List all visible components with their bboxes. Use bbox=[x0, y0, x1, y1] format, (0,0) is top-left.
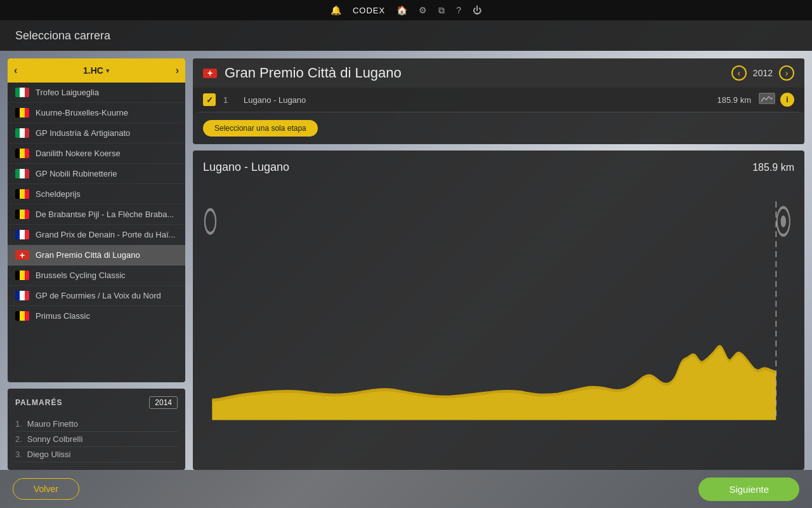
race-item-flag bbox=[15, 271, 29, 280]
bell-icon[interactable]: 🔔 bbox=[331, 5, 341, 15]
profile-distance: 185.9 km bbox=[752, 162, 794, 173]
svg-point-4 bbox=[780, 215, 786, 227]
race-year: 2012 bbox=[753, 68, 773, 78]
copy-icon[interactable]: ⧉ bbox=[438, 5, 445, 16]
race-item-name: Primus Classic bbox=[36, 311, 90, 321]
profile-chart bbox=[203, 182, 794, 460]
palmares-name: Mauro Finetto bbox=[27, 419, 78, 429]
right-panel: Gran Premio Città di Lugano ‹ 2012 › 1 L… bbox=[193, 58, 804, 470]
race-item-name: Gran Premio Città di Lugano bbox=[36, 250, 140, 260]
app-title: CODEX bbox=[353, 6, 385, 15]
race-list-item[interactable]: Gran Premio Città di Lugano bbox=[8, 245, 185, 265]
race-flag bbox=[203, 69, 217, 78]
race-item-flag bbox=[15, 291, 29, 300]
help-icon[interactable]: ? bbox=[456, 5, 461, 15]
race-list-item[interactable]: GP Nobili Rubinetterie bbox=[8, 164, 185, 184]
palmares-item: 3.Diego Ulissi bbox=[15, 447, 178, 462]
palmares-container: PALMARÉS 2014 1.Mauro Finetto2.Sonny Col… bbox=[8, 389, 185, 470]
page-titlebar: Selecciona carrera bbox=[0, 20, 812, 51]
race-item-flag bbox=[15, 189, 29, 199]
next-year-arrow[interactable]: › bbox=[779, 65, 794, 81]
prev-category-arrow[interactable]: ‹ bbox=[14, 65, 17, 76]
race-list-item[interactable]: Danilith Nokere Koerse bbox=[8, 144, 185, 164]
page-title: Selecciona carrera bbox=[15, 29, 110, 43]
race-item-name: Danilith Nokere Koerse bbox=[36, 149, 121, 158]
stage-row: 1 Lugano - Lugano 185.9 km i bbox=[193, 88, 804, 112]
palmares-item: 1.Mauro Finetto bbox=[15, 417, 178, 432]
palmares-item: 2.Sonny Colbrelli bbox=[15, 432, 178, 447]
race-item-name: GP de Fourmies / La Voix du Nord bbox=[36, 291, 161, 300]
palmares-rank: 2. bbox=[15, 434, 22, 444]
profile-svg bbox=[203, 182, 794, 460]
race-item-flag bbox=[15, 88, 29, 97]
topbar: 🔔 CODEX 🏠 ⚙ ⧉ ? ⏻ bbox=[0, 0, 812, 20]
select-single-button[interactable]: Seleccionar una sola etapa bbox=[203, 120, 318, 137]
race-item-name: Kuurne-Bruxelles-Kuurne bbox=[36, 108, 128, 117]
race-item-flag bbox=[15, 128, 29, 138]
race-item-flag bbox=[15, 169, 29, 178]
back-button[interactable]: Volver bbox=[13, 478, 79, 500]
category-dropdown[interactable]: 1.HC ▾ bbox=[83, 65, 110, 76]
palmares-header: PALMARÉS 2014 bbox=[15, 396, 178, 409]
race-title-row: Gran Premio Città di Lugano bbox=[203, 65, 402, 81]
race-list-item[interactable]: Primus Classic bbox=[8, 306, 185, 324]
race-item-name: GP Industria & Artigianato bbox=[36, 128, 130, 138]
info-icon[interactable]: i bbox=[780, 93, 794, 107]
terrain-icon bbox=[759, 93, 775, 104]
race-item-flag bbox=[15, 311, 29, 321]
stage-profile-header: Lugano - Lugano 185.9 km bbox=[203, 161, 794, 174]
race-detail-title: Gran Premio Città di Lugano bbox=[225, 65, 402, 81]
race-list-header: ‹ 1.HC ▾ › bbox=[8, 58, 185, 83]
bottom-bar: Volver Siguiente bbox=[0, 470, 812, 508]
race-list-container: ‹ 1.HC ▾ › Trofeo LaiguegliaKuurne-Bruxe… bbox=[8, 58, 185, 382]
settings-icon[interactable]: ⚙ bbox=[419, 5, 427, 15]
race-item-flag bbox=[15, 250, 29, 260]
race-list-item[interactable]: GP de Fourmies / La Voix du Nord bbox=[8, 286, 185, 306]
palmares-rank: 1. bbox=[15, 419, 22, 429]
race-item-name: Scheldeprijs bbox=[36, 189, 81, 199]
race-list-item[interactable]: GP Industria & Artigianato bbox=[8, 123, 185, 144]
stage-profile: Lugano - Lugano 185.9 km bbox=[193, 150, 804, 470]
race-item-name: Brussels Cycling Classic bbox=[36, 271, 126, 280]
race-list: Trofeo LaiguegliaKuurne-Bruxelles-Kuurne… bbox=[8, 83, 185, 324]
stage-distance: 185.9 km bbox=[717, 95, 751, 105]
stage-num: 1 bbox=[223, 95, 236, 105]
race-list-item[interactable]: Kuurne-Bruxelles-Kuurne bbox=[8, 103, 185, 123]
race-item-flag bbox=[15, 149, 29, 158]
stage-route: Lugano - Lugano bbox=[244, 95, 710, 105]
race-item-name: GP Nobili Rubinetterie bbox=[36, 169, 117, 178]
power-icon[interactable]: ⏻ bbox=[473, 5, 481, 15]
race-item-name: Grand Prix de Denain - Porte du Haï... bbox=[36, 230, 175, 239]
race-item-name: De Brabantse Pijl - La Flèche Braba... bbox=[36, 210, 174, 219]
race-list-item[interactable]: Trofeo Laigueglia bbox=[8, 83, 185, 103]
palmares-title: PALMARÉS bbox=[15, 398, 62, 407]
main-content: ‹ 1.HC ▾ › Trofeo LaiguegliaKuurne-Bruxe… bbox=[0, 51, 812, 470]
category-label: 1.HC bbox=[83, 65, 103, 76]
stage-divider bbox=[198, 112, 799, 112]
palmares-year[interactable]: 2014 bbox=[149, 396, 178, 409]
race-item-flag bbox=[15, 210, 29, 219]
palmares-rank: 3. bbox=[15, 450, 22, 459]
race-detail-header: Gran Premio Città di Lugano ‹ 2012 › bbox=[193, 58, 804, 88]
palmares-list: 1.Mauro Finetto2.Sonny Colbrelli3.Diego … bbox=[15, 417, 178, 462]
next-button[interactable]: Siguiente bbox=[698, 478, 799, 501]
left-panel: ‹ 1.HC ▾ › Trofeo LaiguegliaKuurne-Bruxe… bbox=[8, 58, 185, 470]
race-year-nav: ‹ 2012 › bbox=[731, 65, 794, 81]
dropdown-arrow-icon: ▾ bbox=[106, 67, 110, 75]
stage-icons: i bbox=[759, 93, 794, 107]
race-list-item[interactable]: Grand Prix de Denain - Porte du Haï... bbox=[8, 225, 185, 245]
profile-route: Lugano - Lugano bbox=[203, 161, 289, 174]
prev-year-arrow[interactable]: ‹ bbox=[731, 65, 747, 81]
palmares-name: Sonny Colbrelli bbox=[27, 434, 82, 444]
race-list-item[interactable]: De Brabantse Pijl - La Flèche Braba... bbox=[8, 204, 185, 225]
race-list-item[interactable]: Scheldeprijs bbox=[8, 184, 185, 204]
next-category-arrow[interactable]: › bbox=[176, 65, 179, 76]
home-icon[interactable]: 🏠 bbox=[396, 5, 407, 15]
race-item-name: Trofeo Laigueglia bbox=[36, 88, 99, 97]
race-item-flag bbox=[15, 108, 29, 117]
palmares-name: Diego Ulissi bbox=[27, 450, 71, 459]
race-detail-top: Gran Premio Città di Lugano ‹ 2012 › 1 L… bbox=[193, 58, 804, 144]
stage-checkbox[interactable] bbox=[203, 93, 216, 106]
race-item-flag bbox=[15, 230, 29, 239]
race-list-item[interactable]: Brussels Cycling Classic bbox=[8, 265, 185, 286]
